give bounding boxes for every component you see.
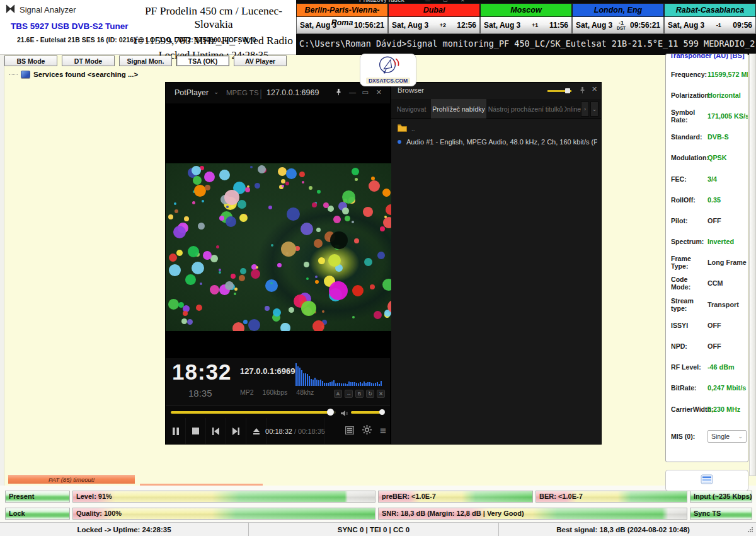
toolbar-button-bs-mode[interactable]: BS Mode — [4, 55, 57, 66]
audio-format-info: MP2 160kbps 48khz — [240, 388, 314, 396]
clock-panel: MoscowSat, Aug 3+111:56 — [480, 3, 572, 34]
toolbar-button-signal-mon-[interactable]: Signal Mon. — [119, 55, 172, 66]
close-icon[interactable]: ✕ — [592, 85, 597, 93]
clock-city-label: Berlin-Paris-Vienna-Roma — [296, 3, 388, 17]
meter-quality: Quality: 100% — [72, 508, 375, 520]
browser-tab-2[interactable]: Nástroj procházení titulků — [488, 99, 563, 119]
transponder-value: CCM — [707, 279, 723, 287]
transponder-value: Inverted — [707, 238, 734, 245]
clock-utc-offset: -1 — [714, 23, 723, 28]
volume-slider[interactable] — [351, 411, 384, 414]
playlist-button[interactable] — [345, 426, 354, 437]
codec-label: MP2 — [240, 388, 254, 396]
clock-datetime: Sat, Aug 3+212:56 — [388, 17, 480, 34]
clock-city-label: Dubai — [388, 3, 480, 17]
shuffle-button[interactable]: ✕ — [377, 390, 385, 398]
ab-b-button[interactable]: B — [355, 390, 364, 398]
transponder-label: RF Level: — [671, 363, 707, 371]
status-best-signal: Best signal: 18,3 dB (2024-08-02 10:48) — [498, 523, 747, 536]
browser-tab-0[interactable]: Navigovat — [393, 99, 430, 119]
seek-row — [166, 405, 390, 418]
console-prompt[interactable]: C:\Users\Roman Dávid>Signal monitoring_P… — [299, 38, 756, 49]
video-area[interactable] — [166, 103, 390, 358]
browser-title: Browser — [398, 86, 424, 94]
transponder-value: 3/4 — [707, 175, 717, 183]
transponder-row: BitRate:0,247 Mbit/s — [666, 378, 748, 399]
toolbar-button-av-player[interactable]: AV Player — [234, 55, 287, 66]
maximize-icon[interactable]: ▭ — [362, 88, 369, 96]
transponder-value: 0,230 MHz — [707, 405, 740, 413]
site-line1: PF Prodelin 450 cm / Lucenec-Slovakia — [126, 4, 301, 31]
previous-button[interactable] — [206, 418, 226, 444]
opacity-slider-knob[interactable] — [565, 88, 570, 93]
transponder-label: FEC: — [671, 175, 707, 183]
player-info-bar: 18:32 18:35 127.0.0.1:6969 MP2 160kbps 4… — [166, 358, 390, 405]
status-bar: Locked -> Uptime: 24:28:35 SYNC 0 | TEI … — [0, 522, 756, 536]
chevron-down-icon: ⌄ — [738, 433, 743, 440]
ab-a-button[interactable]: A — [334, 390, 342, 398]
transponder-value: Horizontal — [707, 91, 741, 99]
clock-utc-offset: +2 — [438, 23, 447, 28]
meter-sync-ts: Sync TS — [690, 508, 752, 520]
audio-track-label: Audio #1 - English, MPEG Audio, 48.0 kHz… — [406, 138, 597, 146]
mis-select[interactable]: Single ⌄ — [707, 430, 747, 443]
browser-tab-1[interactable]: Prohlížeč nabídky — [431, 99, 486, 119]
potplayer-window: PotPlayer ⌄ MPEG TS | 127.0.0.1:6969 — ▭… — [165, 82, 391, 445]
transponder-row: Frequency:11599,572 MHz — [666, 64, 748, 84]
clock-city-label: Moscow — [480, 3, 572, 17]
tab-scroll-right-icon[interactable]: › — [581, 102, 589, 117]
transponder-row: Symbol Rate:171,005 KS/s — [666, 105, 748, 126]
clock-utc-offset: -1DST — [617, 20, 626, 30]
services-tree-item[interactable]: Services found <searching ...> — [9, 71, 138, 78]
transponder-label: Standard: — [671, 133, 707, 141]
transponder-label: CarrierWidth: — [671, 405, 707, 413]
ab-swap-button[interactable]: ↔ — [345, 390, 353, 398]
clock-panel: Rabat-CasablancaSat, Aug 3-109:56 — [664, 3, 756, 34]
close-icon[interactable]: ✕ — [376, 88, 382, 96]
transponder-value: OFF — [707, 217, 721, 224]
transponder-row: Spectrum:Inverted — [666, 231, 748, 252]
transponder-value: Transport — [707, 301, 739, 308]
site-line2: f=11599,760 MHz_H_ : Med Radio — [126, 34, 301, 47]
tab-list-dropdown-icon[interactable]: ⌄ — [590, 102, 598, 117]
stream-format: MPEG TS — [226, 89, 259, 96]
seek-bar[interactable] — [171, 411, 336, 414]
left-edge-strip — [0, 55, 4, 486]
transponder-value: Long Frame — [707, 259, 747, 266]
stop-button[interactable] — [186, 418, 206, 444]
clock-offset-hours: -1 — [619, 20, 624, 26]
folder-up-row[interactable]: .. — [398, 124, 415, 133]
transponder-row: CarrierWidth:0,230 MHz — [666, 399, 748, 419]
player-app-name[interactable]: PotPlayer — [175, 88, 209, 97]
bullet-icon — [398, 140, 401, 144]
seek-knob[interactable] — [327, 409, 334, 416]
transponder-row: RF Level:-46 dBm — [666, 357, 748, 378]
repeat-button[interactable]: ↻ — [366, 390, 374, 398]
settings-gear-icon[interactable] — [362, 425, 372, 437]
transponder-value: -46 dBm — [707, 363, 735, 371]
resize-grip[interactable] — [748, 527, 754, 533]
menu-icon[interactable]: ≡ — [380, 425, 386, 438]
minimize-icon[interactable]: — — [349, 88, 356, 96]
transponder-label: RollOff: — [671, 196, 707, 204]
chevron-down-icon[interactable]: ⌄ — [214, 88, 219, 95]
folder-icon — [398, 124, 407, 133]
save-button[interactable] — [665, 470, 748, 491]
opacity-slider[interactable] — [547, 90, 571, 92]
pin-icon[interactable] — [335, 88, 342, 97]
pin-icon[interactable] — [579, 85, 586, 96]
satellite-dish-icon — [376, 56, 400, 78]
toolbar-button-dt-mode[interactable]: DT Mode — [62, 55, 115, 66]
volume-knob[interactable] — [379, 409, 385, 415]
player-titlebar[interactable]: PotPlayer ⌄ MPEG TS | 127.0.0.1:6969 — ▭… — [166, 83, 390, 103]
pause-button[interactable] — [166, 418, 186, 444]
browser-tabs: NavigovatProhlížeč nabídkyNástroj prochá… — [391, 99, 601, 119]
clock-time: 11:56 — [549, 21, 568, 30]
current-time: 00:18:32 — [265, 428, 292, 435]
toolbar-button-tsa-ok-[interactable]: TSA (OK) — [176, 55, 229, 66]
audio-track-item[interactable]: Audio #1 - English, MPEG Audio, 48.0 kHz… — [398, 138, 597, 146]
next-button[interactable] — [226, 418, 246, 444]
eject-button[interactable] — [246, 418, 266, 444]
transponder-panel: Transponder (AU) [BS] Frequency:11599,57… — [665, 54, 748, 462]
vertical-scrollbar[interactable] — [749, 54, 756, 476]
